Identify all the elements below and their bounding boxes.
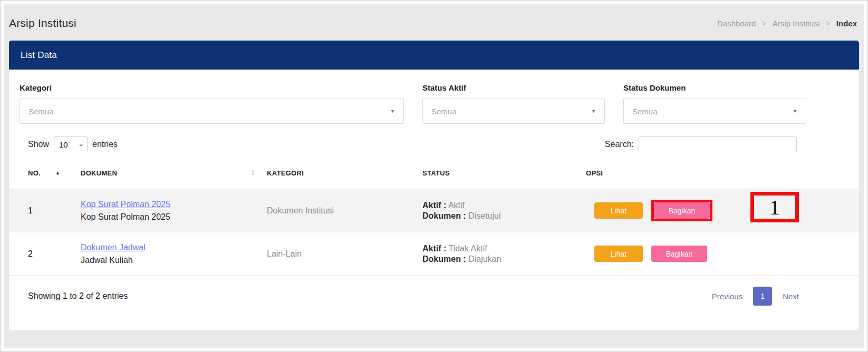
column-header-opsi: OPSI [586, 157, 859, 189]
row-number: 1 [9, 189, 81, 232]
search-input[interactable] [639, 136, 797, 152]
chevron-down-icon: ▼ [591, 109, 596, 114]
column-header-kategori: KATEGORI [267, 157, 422, 189]
row-number: 2 [9, 232, 81, 276]
table-controls: Show 10 ⌄ entries Search: [9, 124, 859, 157]
document-name: Jadwal Kuliah [81, 256, 267, 265]
status-dokumen-key: Dokumen : [422, 211, 466, 220]
previous-page-button[interactable]: Previous [712, 292, 742, 301]
breadcrumb-dashboard[interactable]: Dashboard [717, 19, 756, 28]
length-suffix: entries [92, 140, 118, 149]
bagikan-button[interactable]: Bagikan [651, 246, 707, 262]
lihat-button[interactable]: Lihat [594, 246, 643, 262]
card-header: List Data [9, 41, 859, 70]
status-aktif-value: Aktif [448, 201, 465, 210]
status-dokumen-value: Disetujui [468, 211, 500, 220]
status-dokumen-key: Dokumen : [422, 255, 466, 263]
kategori-cell: Lain-Lain [267, 232, 422, 276]
page-title: Arsip Institusi [9, 17, 76, 30]
kategori-select-value: Semua [28, 107, 54, 116]
status-dokumen-label: Status Dokumen [623, 83, 806, 92]
sort-both-icon: ▲▼ [251, 170, 255, 176]
data-table: NO.▲ DOKUMEN ▲▼ KATEGORI STATUS OPSI 1 [9, 157, 859, 276]
sort-ascending-icon: ▲ [55, 170, 60, 175]
list-data-card: List Data Kategori Semua ▼ Status Aktif … [9, 41, 859, 330]
document-link[interactable]: Dokumen Jadwal [81, 243, 146, 252]
column-header-dokumen[interactable]: DOKUMEN ▲▼ [81, 157, 267, 189]
pagination: Previous 1 Next [712, 287, 799, 306]
status-dokumen-select-value: Semua [632, 107, 658, 116]
document-link[interactable]: Kop Surat Polman 2025 [81, 200, 170, 209]
status-aktif-select[interactable]: Semua ▼ [422, 99, 605, 124]
status-aktif-key: Aktif : [422, 244, 446, 253]
breadcrumb: Dashboard > Arsip Institusi > Index [717, 19, 857, 28]
filter-kategori: Kategori Semua ▼ [20, 83, 404, 124]
table-row: 1 Kop Surat Polman 2025 Kop Surat Polman… [9, 189, 859, 232]
filter-status-aktif: Status Aktif Semua ▼ [422, 83, 605, 124]
opsi-cell: Lihat Bagikan 1 [586, 189, 859, 232]
page-1-button[interactable]: 1 [753, 287, 772, 306]
breadcrumb-arsip-institusi[interactable]: Arsip Institusi [773, 19, 819, 28]
status-aktif-key: Aktif : [422, 201, 446, 210]
search-control: Search: [605, 136, 797, 152]
document-name: Kop Surat Polman 2025 [81, 212, 267, 222]
status-dokumen-value: Diajukan [468, 255, 501, 263]
table-header-row: NO.▲ DOKUMEN ▲▼ KATEGORI STATUS OPSI [9, 157, 859, 189]
search-label: Search: [605, 140, 634, 149]
breadcrumb-index: Index [836, 19, 857, 28]
annotation-step-label: 1 [750, 192, 799, 222]
dokumen-cell: Kop Surat Polman 2025 Kop Surat Polman 2… [81, 189, 267, 232]
filter-row: Kategori Semua ▼ Status Aktif Semua ▼ St… [9, 70, 859, 124]
chevron-down-icon: ▼ [793, 109, 797, 114]
table-footer: Showing 1 to 2 of 2 entries Previous 1 N… [9, 276, 859, 314]
dokumen-cell: Dokumen Jadwal Jadwal Kuliah [81, 232, 267, 276]
status-cell: Aktif : Aktif Dokumen : Disetujui [422, 189, 586, 232]
table-row: 2 Dokumen Jadwal Jadwal Kuliah Lain-Lain… [9, 232, 859, 276]
length-prefix: Show [28, 140, 49, 149]
status-dokumen-select[interactable]: Semua ▼ [623, 99, 806, 124]
kategori-cell: Dokumen Institusi [267, 189, 422, 232]
length-menu: Show 10 ⌄ entries [28, 136, 118, 152]
status-aktif-select-value: Semua [431, 107, 457, 116]
entries-info: Showing 1 to 2 of 2 entries [28, 291, 128, 301]
breadcrumb-separator-icon: > [762, 19, 766, 27]
page-header: Arsip Institusi Dashboard > Arsip Instit… [4, 4, 864, 33]
kategori-label: Kategori [20, 83, 404, 92]
chevron-down-icon: ▼ [390, 109, 395, 114]
opsi-cell: Lihat Bagikan [586, 232, 859, 276]
kategori-select[interactable]: Semua ▼ [20, 99, 404, 124]
filter-status-dokumen: Status Dokumen Semua ▼ [623, 83, 806, 124]
status-cell: Aktif : Tidak Aktif Dokumen : Diajukan [422, 232, 586, 276]
status-aktif-value: Tidak Aktif [448, 244, 487, 253]
lihat-button[interactable]: Lihat [594, 202, 643, 219]
breadcrumb-separator-icon: > [826, 19, 830, 27]
bagikan-button[interactable]: Bagikan [654, 202, 710, 219]
entries-select[interactable]: 10 [54, 136, 88, 152]
annotation-highlight-border: Bagikan [651, 200, 712, 221]
next-page-button[interactable]: Next [783, 292, 799, 301]
column-header-status: STATUS [422, 157, 586, 189]
column-header-no[interactable]: NO.▲ [9, 157, 81, 189]
status-aktif-label: Status Aktif [422, 83, 605, 92]
page-background: Arsip Institusi Dashboard > Arsip Instit… [4, 4, 864, 348]
